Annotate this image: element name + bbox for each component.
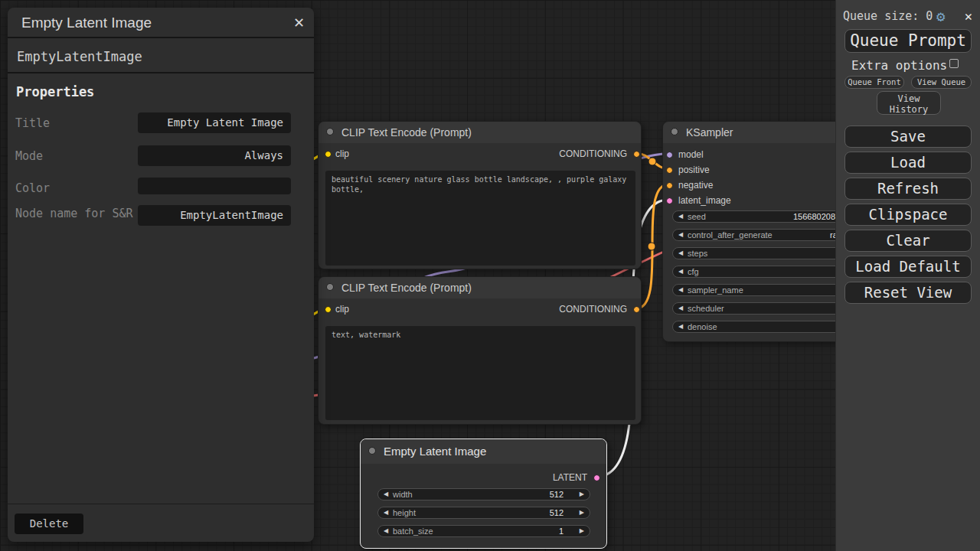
widget-label: cfg bbox=[688, 266, 699, 277]
color-field-value bbox=[283, 180, 291, 192]
increment-arrow-icon[interactable]: ▶ bbox=[580, 507, 584, 518]
title-field-value: Empty Latent Image bbox=[167, 116, 291, 129]
field-label-mode: Mode bbox=[15, 148, 136, 164]
mode-field-value: Always bbox=[244, 149, 291, 161]
increment-arrow-icon[interactable]: ▶ bbox=[580, 526, 584, 536]
node-title: Empty Latent Image bbox=[384, 439, 486, 464]
close-icon[interactable]: ✕ bbox=[965, 6, 972, 26]
clear-button[interactable]: Clear bbox=[844, 230, 972, 252]
prompt-textarea[interactable]: text, watermark bbox=[325, 326, 635, 420]
widget-label: sampler_name bbox=[688, 285, 743, 295]
node-empty-latent-image[interactable]: Empty Latent Image LATENT ◀ width 512 ▶ … bbox=[360, 439, 607, 549]
field-label-node-name: Node name for S&R bbox=[15, 206, 136, 221]
widget-value: 512 bbox=[550, 507, 564, 518]
widget-label: batch_size bbox=[393, 526, 433, 536]
node-title-bar[interactable]: Empty Latent Image bbox=[361, 439, 606, 464]
node-clip-text-encode-negative[interactable]: CLIP Text Encode (Prompt) clip CONDITION… bbox=[318, 276, 642, 425]
widget-sampler-name[interactable]: ◀ sampler_name bbox=[672, 284, 849, 296]
collapse-dot-icon[interactable] bbox=[671, 128, 678, 135]
input-port-negative[interactable] bbox=[666, 182, 673, 189]
widget-width[interactable]: ◀ width 512 ▶ bbox=[377, 488, 590, 500]
widget-batch-size[interactable]: ◀ batch_size 1 ▶ bbox=[377, 525, 590, 537]
widget-value: 1 bbox=[559, 526, 564, 536]
collapse-dot-icon[interactable] bbox=[326, 283, 334, 291]
widget-scheduler[interactable]: ◀ scheduler bbox=[672, 302, 849, 315]
widget-height[interactable]: ◀ height 512 ▶ bbox=[377, 507, 590, 519]
widget-denoise[interactable]: ◀ denoise bbox=[672, 321, 849, 333]
clipspace-button[interactable]: Clipspace bbox=[844, 204, 972, 226]
decrement-arrow-icon[interactable]: ◀ bbox=[678, 266, 683, 277]
widget-label: denoise bbox=[688, 321, 717, 332]
delete-button[interactable]: Delete bbox=[15, 514, 83, 534]
decrement-arrow-icon[interactable]: ◀ bbox=[678, 230, 683, 240]
node-name-field-value: EmptyLatentImage bbox=[180, 209, 291, 221]
reset-view-button[interactable]: Reset View bbox=[844, 282, 972, 304]
decrement-arrow-icon[interactable]: ◀ bbox=[384, 489, 388, 500]
node-title: CLIP Text Encode (Prompt) bbox=[341, 277, 472, 298]
output-port-conditioning[interactable] bbox=[633, 151, 640, 158]
field-label-title: Title bbox=[15, 116, 136, 131]
decrement-arrow-icon[interactable]: ◀ bbox=[678, 285, 683, 295]
output-label: CONDITIONING bbox=[559, 148, 627, 159]
input-port-clip[interactable] bbox=[325, 151, 332, 158]
widget-value: 512 bbox=[550, 489, 564, 500]
dialog-title: Empty Latent Image bbox=[21, 8, 152, 38]
widget-steps[interactable]: ◀ steps bbox=[672, 247, 849, 259]
node-ksampler[interactable]: KSampler model positive negative latent_… bbox=[662, 121, 858, 342]
node-title-bar[interactable]: CLIP Text Encode (Prompt) bbox=[318, 277, 641, 298]
decrement-arrow-icon[interactable]: ◀ bbox=[384, 507, 388, 518]
queue-prompt-button[interactable]: Queue Prompt bbox=[844, 29, 972, 53]
node-title: CLIP Text Encode (Prompt) bbox=[341, 122, 472, 143]
node-title-bar[interactable]: KSampler bbox=[663, 122, 857, 143]
input-label: clip bbox=[335, 304, 349, 315]
load-default-button[interactable]: Load Default bbox=[844, 256, 972, 278]
decrement-arrow-icon[interactable]: ◀ bbox=[384, 526, 388, 536]
node-name-field[interactable]: EmptyLatentImage bbox=[138, 205, 291, 226]
widget-label: width bbox=[393, 489, 413, 500]
mode-field[interactable]: Always bbox=[138, 145, 291, 166]
gear-icon[interactable]: ⚙ bbox=[936, 6, 945, 26]
title-field[interactable]: Empty Latent Image bbox=[138, 112, 291, 133]
output-label: LATENT bbox=[553, 472, 587, 483]
extra-options-label: Extra options bbox=[851, 58, 947, 73]
load-button[interactable]: Load bbox=[844, 152, 972, 174]
widget-control-after-generate[interactable]: ◀ control_after_generate randomize bbox=[672, 229, 849, 241]
collapse-dot-icon[interactable] bbox=[368, 447, 376, 455]
queue-front-button[interactable]: Queue Front bbox=[844, 76, 904, 89]
node-type-name: EmptyLatentImage bbox=[17, 40, 142, 73]
input-port-model[interactable] bbox=[666, 152, 673, 158]
decrement-arrow-icon[interactable]: ◀ bbox=[678, 211, 683, 222]
decrement-arrow-icon[interactable]: ◀ bbox=[678, 321, 683, 332]
node-clip-text-encode-positive[interactable]: CLIP Text Encode (Prompt) clip CONDITION… bbox=[318, 121, 642, 269]
color-field[interactable] bbox=[138, 178, 291, 194]
link-dot bbox=[648, 243, 655, 250]
node-title-bar[interactable]: CLIP Text Encode (Prompt) bbox=[318, 122, 641, 143]
output-port-conditioning[interactable] bbox=[633, 306, 640, 313]
increment-arrow-icon[interactable]: ▶ bbox=[580, 489, 584, 500]
widget-label: steps bbox=[688, 248, 707, 259]
output-label: CONDITIONING bbox=[559, 304, 627, 315]
comfyui-screen: CLIP Text Encode (Prompt) clip CONDITION… bbox=[0, 0, 980, 551]
widget-cfg[interactable]: ◀ cfg bbox=[672, 266, 849, 278]
decrement-arrow-icon[interactable]: ◀ bbox=[678, 303, 683, 314]
view-queue-button[interactable]: View Queue bbox=[911, 76, 972, 89]
footer-divider bbox=[8, 504, 314, 504]
input-port-latent-image[interactable] bbox=[666, 197, 673, 204]
extra-options-checkbox[interactable] bbox=[949, 59, 959, 68]
collapse-dot-icon[interactable] bbox=[326, 128, 334, 135]
main-menu-panel: Queue size: 0 ⚙ ✕ Queue Prompt Extra opt… bbox=[835, 0, 980, 551]
queue-size-label: Queue size: 0 bbox=[843, 6, 933, 26]
refresh-button[interactable]: Refresh bbox=[844, 178, 972, 200]
input-port-positive[interactable] bbox=[666, 167, 673, 174]
output-port-latent[interactable] bbox=[593, 474, 600, 481]
dialog-header: Empty Latent Image ✕ bbox=[8, 8, 314, 38]
view-history-button[interactable]: View History bbox=[877, 91, 941, 115]
widget-seed[interactable]: ◀ seed 1566802087 bbox=[672, 210, 849, 223]
prompt-textarea[interactable]: beautiful scenery nature glass bottle la… bbox=[325, 171, 635, 266]
close-icon[interactable]: ✕ bbox=[293, 8, 305, 38]
decrement-arrow-icon[interactable]: ◀ bbox=[678, 248, 683, 259]
link-dot bbox=[648, 158, 656, 165]
save-button[interactable]: Save bbox=[844, 126, 972, 148]
input-port-clip[interactable] bbox=[325, 306, 332, 313]
input-label: model bbox=[678, 149, 704, 160]
